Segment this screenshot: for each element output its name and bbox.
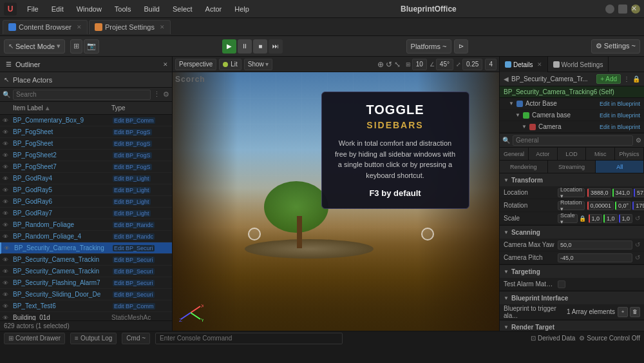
list-item[interactable]: 👁BP_GodRay5Edit BP_Light: [0, 184, 172, 196]
camera-max-yaw-reset[interactable]: ↺: [635, 241, 640, 248]
filter-misc[interactable]: Misc: [586, 148, 615, 160]
add-component-button[interactable]: + Add: [596, 74, 621, 84]
panel-close-icon[interactable]: ✕: [163, 61, 168, 68]
visibility-icon[interactable]: 👁: [3, 117, 10, 124]
tab-project-settings[interactable]: Project Settings ✕: [89, 20, 171, 34]
visibility-icon[interactable]: 👁: [4, 245, 12, 251]
visibility-icon[interactable]: 👁: [3, 291, 10, 298]
visibility-icon[interactable]: 👁: [3, 152, 10, 159]
scanning-section-header[interactable]: ▼ Scanning: [500, 226, 644, 239]
bp-add-icon[interactable]: +: [618, 307, 628, 317]
visibility-icon[interactable]: 👁: [3, 199, 10, 205]
camera-max-yaw-value[interactable]: 50,0: [558, 240, 632, 250]
menu-item-file[interactable]: File: [24, 4, 41, 14]
list-item[interactable]: 👁BP_Security_Camera_TrackinEdit BP_Secur…: [0, 266, 172, 277]
list-item-edit-link[interactable]: Edit BP_Randc: [113, 233, 155, 240]
list-item[interactable]: 👁BP_Random_Foliage_4Edit BP_Randc: [0, 231, 172, 242]
content-drawer-btn[interactable]: ⊞ Content Drawer: [4, 333, 65, 344]
visibility-icon[interactable]: 👁: [3, 175, 10, 182]
rotation-type-select[interactable]: Rotation ▾: [558, 201, 585, 210]
search-settings-icon[interactable]: ⚙: [163, 90, 169, 99]
cmd-btn[interactable]: Cmd ~: [122, 333, 150, 344]
list-item-edit-link[interactable]: Edit BP_Light: [113, 187, 151, 193]
visibility-icon[interactable]: 👁: [3, 233, 10, 240]
col-item-label[interactable]: Item Label ▲: [13, 104, 111, 112]
location-y[interactable]: 341,0: [612, 188, 633, 197]
list-item[interactable]: 👁BP_Security_Sliding_Door_DeEdit BP_Secu…: [0, 289, 172, 300]
list-item-edit-link[interactable]: Edit BP_Light: [113, 210, 151, 217]
scale-reset[interactable]: ↺: [635, 215, 640, 222]
list-item-edit-link[interactable]: Edit BP_FogS: [113, 129, 152, 135]
details-tab-close[interactable]: ✕: [537, 61, 542, 68]
toolbar-camera-btn[interactable]: 📷: [84, 39, 99, 54]
list-item[interactable]: 👁BP_Security_Camera_TrackinEdit BP_Secur…: [0, 254, 172, 266]
transform-section-header[interactable]: ▼ Transform: [500, 173, 644, 186]
list-item-edit-link[interactable]: Edit BP_Light: [113, 199, 151, 205]
rotation-z[interactable]: 179,999: [632, 201, 644, 210]
menu-item-actor[interactable]: Actor: [203, 4, 225, 14]
render-target-section-header[interactable]: ▼ Render Target: [500, 320, 644, 331]
list-item[interactable]: 👁Building_01dStaticMeshAc: [0, 312, 172, 320]
list-item-edit-link[interactable]: Edit BP_FogS: [113, 164, 152, 170]
location-type-select[interactable]: Location ▾: [558, 188, 585, 197]
menu-item-build[interactable]: Build: [142, 4, 162, 14]
menu-item-tools[interactable]: Tools: [112, 4, 134, 14]
menu-item-window[interactable]: Window: [74, 4, 104, 14]
maximize-button[interactable]: [618, 5, 627, 14]
pause-button[interactable]: ⏸: [238, 39, 252, 54]
bp-interface-section-header[interactable]: ▼ Blueprint Interface: [500, 291, 644, 304]
angle-btn[interactable]: 45°: [436, 59, 453, 70]
test-alarm-checkbox[interactable]: [558, 280, 565, 288]
rotate-icon[interactable]: ↺: [386, 60, 392, 69]
visibility-icon[interactable]: 👁: [3, 303, 10, 309]
filter-actor[interactable]: Actor: [529, 148, 558, 160]
details-search-input[interactable]: [513, 135, 633, 146]
outliner-list[interactable]: 👁BP_Commentary_Box_9Edit BP_Comm👁BP_FogS…: [0, 115, 172, 320]
camera-item[interactable]: ▼ Camera Edit in Blueprint: [500, 121, 644, 133]
visibility-icon[interactable]: 👁: [3, 268, 10, 275]
close-button[interactable]: ✕: [631, 5, 640, 14]
toolbar-extra-btn[interactable]: ⊳: [454, 39, 468, 54]
details-content[interactable]: ▼ Transform Location Location ▾ 3888,0 3…: [500, 173, 644, 331]
list-item[interactable]: 👁BP_Random_FoliageEdit BP_Randc: [0, 219, 172, 231]
camera-pitch-value[interactable]: -45,0: [558, 253, 632, 262]
minimize-button[interactable]: [605, 5, 614, 14]
scale-btn[interactable]: 0.25: [462, 59, 482, 70]
list-item[interactable]: 👁BP_GodRay6Edit BP_Light: [0, 196, 172, 208]
scale-type-select[interactable]: Scale ▾: [558, 214, 578, 223]
source-control-status[interactable]: ⚙ Source Control Off: [579, 335, 640, 342]
tab-details[interactable]: Details ✕: [500, 57, 548, 72]
list-item-edit-link[interactable]: Edit BP_Securi: [113, 257, 155, 263]
lit-btn[interactable]: Lit: [219, 59, 242, 70]
location-z[interactable]: 571,0: [634, 188, 644, 197]
menu-item-edit[interactable]: Edit: [49, 4, 66, 14]
actor-base-blueprint-link[interactable]: Edit in Blueprint: [600, 101, 640, 107]
list-item-edit-link[interactable]: Edit BP_Light: [113, 175, 151, 182]
details-options-btn[interactable]: ⋮: [623, 75, 630, 83]
viewport-area[interactable]: TOGGLE SIDEBARS Work in total comfort an…: [173, 72, 499, 331]
transform-icon[interactable]: ⊕: [377, 60, 384, 69]
details-nav-back[interactable]: ◀: [504, 75, 509, 83]
visibility-icon[interactable]: 👁: [3, 280, 10, 286]
filter-physics[interactable]: Physics: [615, 148, 644, 160]
visibility-icon[interactable]: 👁: [3, 187, 10, 193]
list-item-edit-link[interactable]: Edit BP_Comm: [113, 117, 155, 124]
console-input[interactable]: [155, 333, 342, 344]
list-item-edit-link[interactable]: Edit BP_Securi: [113, 268, 155, 275]
derived-data-status[interactable]: ⊡ Derived Data: [531, 335, 575, 342]
menu-item-help[interactable]: Help: [232, 4, 252, 14]
list-item-edit-link[interactable]: Edit BP_Randc: [113, 222, 155, 228]
menu-item-select[interactable]: Select: [170, 4, 195, 14]
list-item[interactable]: 👁BP_GodRay7Edit BP_Light: [0, 208, 172, 219]
rotation-y[interactable]: 0,0°: [615, 201, 631, 210]
visibility-icon[interactable]: 👁: [3, 129, 10, 135]
scale-y[interactable]: 1,0: [603, 214, 618, 223]
list-item[interactable]: 👁BP_Security_Camera_TrackingEdit BP_Secu…: [0, 242, 172, 254]
visibility-icon[interactable]: 👁: [3, 222, 10, 228]
tab-content-browser[interactable]: Content Browser ✕: [3, 20, 88, 34]
camera-base-blueprint-link[interactable]: Edit in Blueprint: [600, 112, 640, 119]
content-browser-tab-close[interactable]: ✕: [77, 24, 82, 30]
toolbar-snap-btn[interactable]: ⊞: [70, 39, 82, 54]
list-item[interactable]: 👁BP_Security_Flashing_Alarm7Edit BP_Secu…: [0, 277, 172, 289]
tab-world-settings[interactable]: World Settings: [548, 57, 609, 72]
